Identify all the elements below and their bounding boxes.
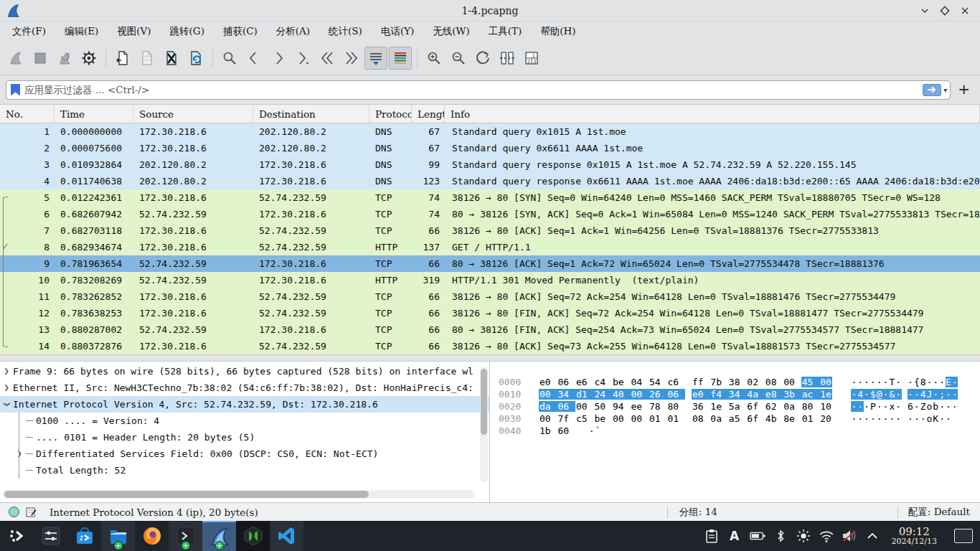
zoom-original-icon[interactable] <box>471 47 494 70</box>
colorize-icon[interactable] <box>389 47 412 70</box>
resize-columns-icon[interactable] <box>496 47 519 70</box>
column-header-time[interactable]: Time <box>55 105 133 123</box>
menu-item-4[interactable]: 捕获(C) <box>214 23 267 40</box>
clipboard-icon[interactable] <box>704 529 720 543</box>
hex-row[interactable]: 001000 34 d1 24 40 00 26 06 e0 f4 34 4a … <box>499 388 980 400</box>
clock[interactable]: 09:12 2024/12/13 <box>892 526 937 547</box>
menu-item-3[interactable]: 跳转(G) <box>161 23 214 40</box>
auto-scroll-icon[interactable] <box>364 47 387 70</box>
hex-row[interactable]: 00401b 60·` <box>499 425 980 437</box>
numbered-columns-icon[interactable]: 123 <box>520 47 543 70</box>
detail-line[interactable]: Total Length: 52 <box>0 462 489 479</box>
reload-file-icon[interactable] <box>184 47 207 70</box>
menu-item-10[interactable]: 帮助(H) <box>531 23 585 40</box>
packet-row[interactable]: 110.783262852172.30.218.652.74.232.59TCP… <box>0 288 980 305</box>
display-filter-input[interactable] <box>20 84 923 95</box>
hex-row[interactable]: 003000 7f c5 be 00 00 01 01 08 0a a5 6f … <box>499 413 980 425</box>
firefox-icon[interactable] <box>135 521 169 551</box>
menu-item-6[interactable]: 统计(S) <box>319 23 372 40</box>
close-file-icon[interactable] <box>160 47 183 70</box>
packet-row[interactable]: 120.783638253172.30.218.652.74.232.59TCP… <box>0 305 980 321</box>
column-header-source[interactable]: Source <box>133 105 253 123</box>
detail-line[interactable]: 0100 .... = Version: 4 <box>0 413 489 429</box>
menu-item-1[interactable]: 编辑(E) <box>55 23 108 40</box>
open-file-icon[interactable] <box>111 47 134 70</box>
packet-row[interactable]: 90.78196365452.74.232.59172.30.218.6TCP6… <box>0 255 980 272</box>
profile-label[interactable]: 配置: Default <box>898 506 980 519</box>
find-packet-icon[interactable] <box>218 47 241 70</box>
show-desktop-button[interactable] <box>954 529 973 543</box>
details-vertical-scrollbar[interactable] <box>480 367 488 482</box>
detail-line[interactable]: .... 0101 = Header Length: 20 bytes (5) <box>0 429 489 446</box>
wireshark-dock-icon[interactable]: + <box>202 521 236 551</box>
add-filter-button[interactable]: + <box>956 80 974 99</box>
volume-muted-icon[interactable] <box>842 529 857 542</box>
detail-line[interactable]: ❯Ethernet II, Src: NewH3CTechno_7b:38:02… <box>0 380 489 396</box>
menu-item-5[interactable]: 分析(A) <box>267 23 319 40</box>
packet-row[interactable]: 100.78320826952.74.232.59172.30.218.6HTT… <box>0 272 980 288</box>
zoom-in-icon[interactable] <box>423 47 446 70</box>
app-store-icon[interactable] <box>67 521 101 551</box>
hex-row[interactable]: 0000e0 06 e6 c4 be 04 54 c6 ff 7b 38 02 … <box>499 376 980 388</box>
maximize-button[interactable] <box>940 6 950 16</box>
tree-expander-icon[interactable]: ❯ <box>13 446 26 462</box>
apply-filter-button[interactable] <box>923 84 941 96</box>
terminal-icon[interactable]: + <box>169 521 202 551</box>
menu-item-8[interactable]: 无线(W) <box>423 23 479 40</box>
column-header-info[interactable]: Info <box>445 105 980 123</box>
packet-row[interactable]: 40.011740638202.120.80.2172.30.218.6DNS1… <box>0 173 980 189</box>
file-manager-icon[interactable]: + <box>101 521 135 551</box>
menu-item-9[interactable]: 工具(T) <box>479 23 532 40</box>
filter-bookmark-icon[interactable] <box>11 84 20 96</box>
menu-item-7[interactable]: 电话(Y) <box>372 23 423 40</box>
hex-row[interactable]: 0020da 06 00 50 94 ee 78 80 36 1e 5a 6f … <box>499 400 980 413</box>
tree-expander-icon[interactable]: ❯ <box>0 398 15 411</box>
brightness-icon[interactable] <box>796 529 811 543</box>
detail-line[interactable]: ❯Differentiated Services Field: 0x00 (DS… <box>0 446 489 462</box>
go-to-packet-icon[interactable] <box>291 47 314 70</box>
capture-comment-icon[interactable] <box>25 507 37 518</box>
packet-row[interactable]: 70.682703118172.30.218.652.74.232.59TCP6… <box>0 222 980 239</box>
restart-capture-icon[interactable] <box>53 47 76 70</box>
column-header-length[interactable]: Length <box>412 105 445 123</box>
zoom-out-icon[interactable] <box>447 47 470 70</box>
vscode-icon[interactable] <box>270 521 303 551</box>
tray-expand-icon[interactable] <box>864 532 880 540</box>
go-forward-icon[interactable] <box>267 47 290 70</box>
wifi-icon[interactable] <box>819 530 834 542</box>
filter-dropdown-caret-icon[interactable]: ▾ <box>943 86 947 94</box>
close-button[interactable] <box>960 6 970 16</box>
detail-line[interactable]: ❯Frame 9: 66 bytes on wire (528 bits), 6… <box>0 363 489 380</box>
tree-expander-icon[interactable]: ❯ <box>0 380 13 396</box>
pane-splitter[interactable] <box>0 354 980 362</box>
last-packet-icon[interactable] <box>340 47 363 70</box>
tree-expander-icon[interactable]: ❯ <box>0 363 13 380</box>
packet-row[interactable]: 140.880372876172.30.218.652.74.232.59TCP… <box>0 338 980 354</box>
menu-item-0[interactable]: 文件(F) <box>3 23 55 40</box>
column-header-no[interactable]: No. <box>0 105 55 123</box>
start-capture-icon[interactable] <box>4 47 27 70</box>
settings-icon[interactable] <box>34 521 67 551</box>
capture-options-icon[interactable] <box>77 47 100 70</box>
stop-capture-icon[interactable] <box>29 47 52 70</box>
battery-icon[interactable] <box>750 531 765 541</box>
packet-row[interactable]: 20.000075600172.30.218.6202.120.80.2DNS6… <box>0 140 980 156</box>
packet-row[interactable]: 60.68260794252.74.232.59172.30.218.6TCP7… <box>0 206 980 222</box>
column-header-destination[interactable]: Destination <box>253 105 369 123</box>
neovim-icon[interactable] <box>236 521 270 551</box>
minimize-button[interactable] <box>920 6 930 16</box>
bluetooth-icon[interactable] <box>773 529 788 542</box>
packet-row[interactable]: 10.000000000172.30.218.6202.120.80.2DNS6… <box>0 123 980 140</box>
packet-row[interactable]: 80.682934674172.30.218.652.74.232.59HTTP… <box>0 239 980 255</box>
save-file-icon[interactable]: 01010110 <box>136 47 159 70</box>
launcher-icon[interactable] <box>0 521 34 551</box>
packet-row[interactable]: 50.012242361172.30.218.652.74.232.59TCP7… <box>0 189 980 206</box>
menu-item-2[interactable]: 视图(V) <box>108 23 160 40</box>
go-back-icon[interactable] <box>242 47 265 70</box>
expert-info-icon[interactable] <box>9 507 19 517</box>
column-header-protocol[interactable]: Protocol <box>369 105 412 123</box>
display-filter-field[interactable]: ▾ <box>6 80 951 100</box>
details-horizontal-scrollbar[interactable] <box>3 490 475 499</box>
input-method-icon[interactable]: A <box>727 529 743 543</box>
detail-line[interactable]: ❯Internet Protocol Version 4, Src: 52.74… <box>0 396 489 413</box>
